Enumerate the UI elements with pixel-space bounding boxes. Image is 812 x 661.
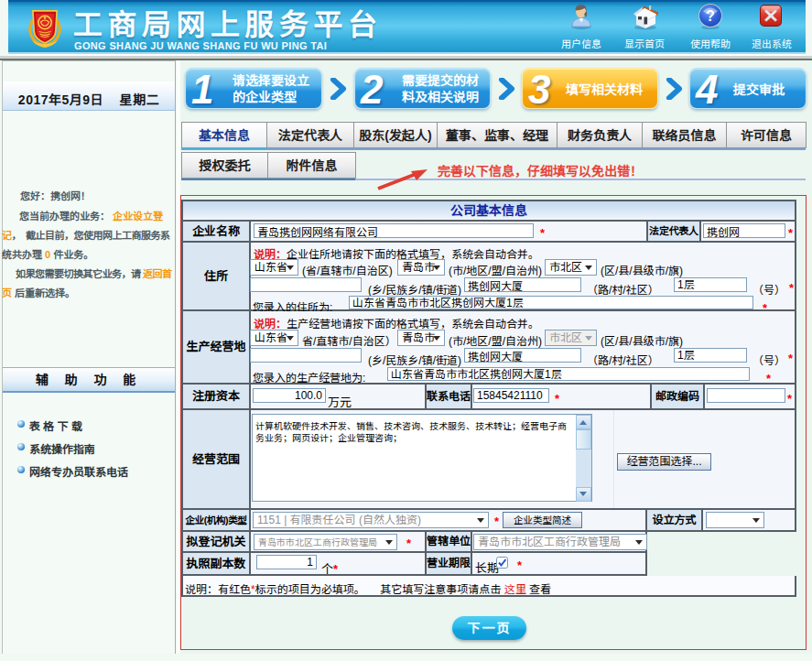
svg-text:?: ?: [706, 8, 715, 24]
